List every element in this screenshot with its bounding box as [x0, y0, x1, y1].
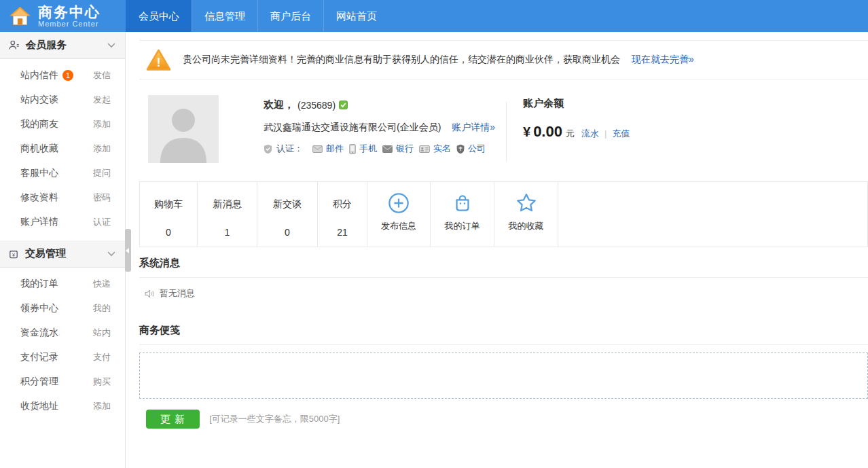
sidebar-section-title: 会员服务 [26, 39, 101, 52]
vertical-divider [506, 102, 507, 162]
stat-cell[interactable]: 新交谈0 [257, 182, 318, 247]
balance-section: 账户余额 ¥ 0.00 元 流水|充值 [523, 97, 630, 141]
cert-link[interactable]: 手机 [359, 143, 377, 155]
idcard-icon [419, 145, 430, 153]
top-nav-tabs: 会员中心信息管理商户后台网站首页 [126, 0, 389, 32]
banner-text: 贵公司尚未完善详细资料！完善的商业信息有助于获得别人的信任，结交潜在的商业伙伴，… [183, 54, 620, 66]
action-button[interactable]: 我的订单 [431, 182, 494, 247]
sidebar-item-action[interactable]: 站内 [93, 327, 111, 339]
sidebar-item[interactable]: 修改资料密码 [0, 185, 125, 210]
sidebar-item-action[interactable]: 认证 [93, 216, 111, 228]
mail-icon [312, 145, 323, 153]
sidebar-item[interactable]: 站内交谈发起 [0, 88, 125, 112]
sidebar-item-action[interactable]: 添加 [93, 118, 111, 130]
plus-circle-icon [388, 192, 410, 214]
sidebar-item[interactable]: 客服中心提问 [0, 161, 125, 185]
sidebar-item-action[interactable]: 发信 [93, 69, 111, 82]
sidebar-item[interactable]: 站内信件1发信 [0, 63, 125, 88]
stat-value: 0 [285, 227, 290, 238]
sidebar-item-label: 领券中心 [20, 302, 58, 314]
speaker-icon [145, 289, 155, 298]
balance-links: 流水|充值 [581, 128, 630, 140]
update-button[interactable]: 更 新 [146, 410, 200, 429]
bag-icon [452, 192, 473, 214]
sidebar-item-action[interactable]: 购买 [93, 376, 111, 388]
sidebar-item[interactable]: 收货地址添加 [0, 394, 125, 418]
notes-title: 商务便笺 [139, 324, 868, 345]
cert-link[interactable]: 邮件 [326, 143, 344, 155]
sidebar-item[interactable]: 我的商友添加 [0, 112, 125, 137]
complete-profile-link[interactable]: 现在就去完善» [632, 54, 694, 66]
main-content: ! 贵公司尚未完善详细资料！完善的商业信息有助于获得别人的信任，结交潜在的商业伙… [126, 32, 868, 468]
tab-info-management[interactable]: 信息管理 [192, 0, 257, 32]
sidebar-item-action[interactable]: 添加 [93, 143, 111, 155]
empty-message-row: 暂无消息 [145, 287, 868, 300]
top-header: 商务中心 Member Center 会员中心信息管理商户后台网站首页 [0, 0, 868, 32]
profile-section: 欢迎， (235689) 武汉鑫瑞通达交通设施有限公司(企业会员) 账户详情» [139, 79, 868, 180]
empty-message-text: 暂无消息 [160, 287, 195, 300]
cert-link[interactable]: 实名 [433, 143, 451, 155]
chevron-down-icon [107, 251, 115, 257]
sidebar-item[interactable]: 资金流水站内 [0, 321, 125, 345]
sidebar-item-action[interactable]: 快递 [93, 278, 111, 290]
sidebar-item[interactable]: 支付记录支付 [0, 345, 125, 370]
account-detail-link[interactable]: 账户详情» [452, 122, 495, 132]
sidebar-item-action[interactable]: 密码 [93, 192, 111, 204]
bank-icon [382, 145, 393, 153]
sidebar-section-items: 站内信件1发信站内交谈发起我的商友添加商机收藏添加客服中心提问修改资料密码账户详… [0, 59, 125, 240]
sidebar-item-label: 站内交谈 [20, 94, 58, 106]
notes-footer: 更 新 [可记录一些文字备忘，限5000字] [146, 410, 868, 429]
system-messages-title: 系统消息 [139, 257, 868, 278]
stat-label: 新消息 [213, 198, 242, 211]
app-subtitle: Member Center [38, 20, 101, 28]
tab-merchant-backend[interactable]: 商户后台 [257, 0, 323, 32]
sidebar-section-items: 我的订单快递领券中心我的资金流水站内支付记录支付积分管理购买收货地址添加 [0, 268, 125, 425]
sidebar-item-label: 修改资料 [20, 192, 58, 204]
stat-cell[interactable]: 积分21 [318, 182, 367, 247]
sidebar-item[interactable]: 商机收藏添加 [0, 137, 125, 161]
cert-label: 认证： [276, 143, 303, 155]
notes-textarea[interactable] [139, 353, 868, 399]
action-button[interactable]: 发布信息 [367, 182, 431, 247]
sidebar-section-header[interactable]: 会员服务 [0, 32, 125, 59]
cert-item: 实名 [419, 143, 451, 155]
cert-link[interactable]: 公司 [468, 143, 486, 155]
sidebar-collapse-handle[interactable] [125, 229, 131, 272]
cert-item: 邮件 [312, 143, 344, 155]
notes-hint: [可记录一些文字备忘，限5000字] [209, 413, 340, 425]
sidebar-item-action[interactable]: 发起 [93, 94, 111, 106]
svg-text:¥: ¥ [12, 251, 16, 257]
company-name: 武汉鑫瑞通达交通设施有限公司(企业会员) [264, 122, 441, 132]
sidebar-item-label: 账户详情 [20, 216, 58, 228]
welcome-label: 欢迎， [264, 98, 294, 111]
sidebar-section-header[interactable]: ¥交易管理 [0, 240, 125, 268]
stat-label: 购物车 [154, 198, 183, 211]
member-id: (235689) [297, 100, 336, 111]
action-button[interactable]: 我的收藏 [494, 182, 558, 247]
cert-link[interactable]: 银行 [396, 143, 414, 155]
sidebar-item-action[interactable]: 我的 [93, 302, 111, 314]
stat-cell[interactable]: 购物车0 [140, 182, 198, 247]
sidebar-item-label: 积分管理 [20, 376, 58, 388]
tab-member-center[interactable]: 会员中心 [126, 0, 192, 32]
balance-unit: 元 [566, 128, 575, 140]
stat-label: 积分 [333, 198, 352, 211]
sidebar-item[interactable]: 积分管理购买 [0, 370, 125, 394]
stat-cell[interactable]: 新消息1 [198, 182, 257, 247]
tab-site-home[interactable]: 网站首页 [323, 0, 389, 32]
balance-link[interactable]: 流水 [581, 128, 599, 139]
balance-link[interactable]: 充值 [612, 128, 630, 139]
shield-check-icon [264, 144, 272, 154]
sidebar-section-title: 交易管理 [25, 247, 101, 260]
member-icon [8, 39, 20, 51]
sidebar-item[interactable]: 领券中心我的 [0, 296, 125, 321]
balance-title: 账户余额 [523, 97, 630, 110]
sidebar-item-action[interactable]: 添加 [93, 400, 111, 412]
unread-badge: 1 [62, 70, 73, 81]
sidebar-item[interactable]: 账户详情认证 [0, 210, 125, 234]
sidebar-item-action[interactable]: 支付 [93, 351, 111, 363]
profile-incomplete-banner: ! 贵公司尚未完善详细资料！完善的商业信息有助于获得别人的信任，结交潜在的商业伙… [139, 40, 868, 79]
sidebar-item-label: 我的商友 [20, 118, 58, 130]
sidebar-item-action[interactable]: 提问 [93, 167, 111, 179]
sidebar-item[interactable]: 我的订单快递 [0, 272, 125, 296]
